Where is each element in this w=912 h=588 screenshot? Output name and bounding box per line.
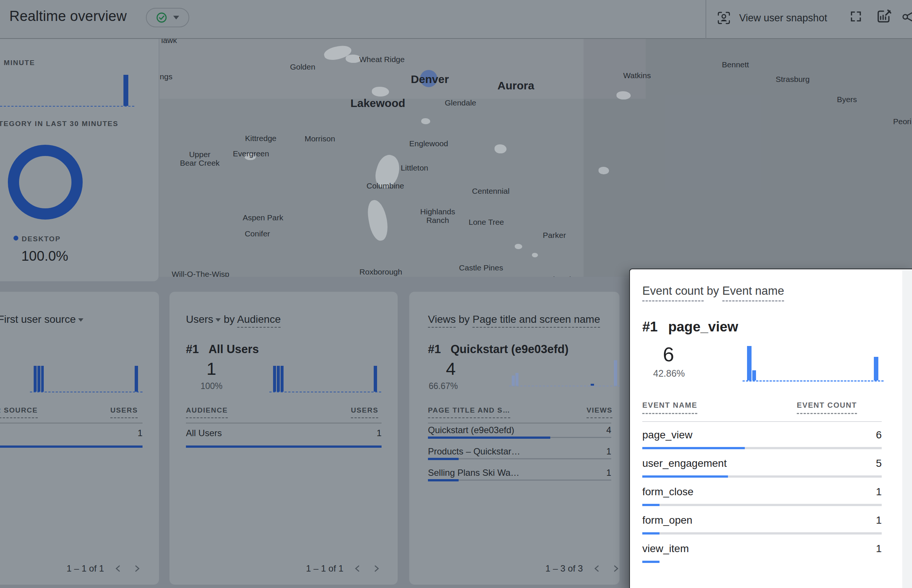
- card2-title: Users by Audience: [186, 313, 281, 325]
- sparkline-bar: [277, 366, 280, 392]
- table-row: Quickstart (e9e03efd)4: [428, 423, 611, 445]
- map-city-label: Evergreen: [233, 149, 270, 158]
- check-circle-icon: [156, 12, 167, 23]
- event-table-rows: page_view6user_engagement5form_close1for…: [642, 424, 882, 566]
- row-bar-fill: [0, 446, 142, 448]
- sparkline-bar: [752, 370, 756, 380]
- row-name: Quickstart (e9e03efd): [428, 425, 514, 435]
- table-row: All Users1: [186, 423, 381, 449]
- row-bar-track: [428, 437, 611, 438]
- row-value: 1: [876, 486, 882, 498]
- map-city-label: Morrison: [305, 134, 335, 143]
- map-park-patch: [421, 118, 430, 124]
- chevron-right-icon[interactable]: [132, 564, 141, 573]
- map-city-label: Englewood: [409, 139, 448, 148]
- map[interactable]: lawkngsGoldenWheat RidgeDenverAuroraLake…: [159, 39, 912, 277]
- map-city-label: Centennial: [472, 187, 510, 195]
- row-bar-track: [642, 561, 882, 563]
- map-city-label: Columbine: [366, 181, 404, 190]
- row-bar-fill: [186, 446, 381, 448]
- table-row: form_open1: [642, 509, 882, 538]
- row-bar-fill: [428, 458, 458, 460]
- card2-metric-selector[interactable]: Users: [186, 313, 213, 325]
- map-park-patch: [494, 144, 507, 153]
- card2-col-dimension: AUDIENCE: [186, 406, 228, 418]
- share-icon[interactable]: [901, 9, 912, 26]
- map-city-label: Kittredge: [245, 134, 276, 142]
- map-city-label: Conifer: [245, 229, 270, 238]
- row-value: 6: [876, 429, 882, 441]
- card2-sparkline: [270, 365, 381, 393]
- chevron-down-icon[interactable]: [78, 318, 84, 321]
- header-divider: [705, 0, 706, 39]
- sparkline-bar: [123, 75, 128, 106]
- users-per-minute-label: MINUTE: [4, 59, 35, 67]
- map-city-label: Byers: [837, 95, 857, 103]
- card3-top-percent: 66.67%: [429, 381, 458, 391]
- row-value: 1: [876, 543, 882, 555]
- map-city-label: Golden: [290, 63, 315, 71]
- chevron-left-icon[interactable]: [592, 564, 602, 573]
- map-park-patch: [532, 253, 538, 257]
- row-name: Selling Plans Ski Wa…: [428, 468, 520, 478]
- row-name: form_open: [642, 514, 692, 526]
- chevron-right-icon[interactable]: [372, 564, 381, 573]
- fullscreen-icon[interactable]: [850, 10, 862, 23]
- event-dimension-link[interactable]: Event name: [722, 284, 784, 302]
- card2-table-rows: All Users1: [186, 423, 381, 449]
- sparkline-bar: [34, 366, 37, 392]
- view-user-snapshot-button[interactable]: View user snapshot: [717, 7, 827, 29]
- row-bar-fill: [428, 436, 550, 439]
- chevron-left-icon[interactable]: [114, 564, 123, 573]
- pagination-label: 1 – 1 of 1: [66, 563, 104, 574]
- card3-dimension-link[interactable]: Page title and screen name: [473, 313, 600, 328]
- sparkline-bar: [874, 357, 878, 380]
- sparkline-bar: [374, 366, 377, 392]
- row-value: 1: [138, 428, 142, 438]
- map-park-patch: [365, 199, 390, 242]
- desktop-legend-label: DESKTOP: [22, 235, 61, 243]
- map-city-label: Castle Pines: [459, 263, 503, 272]
- card2-top-value: 1: [207, 358, 216, 379]
- event-metric-link[interactable]: Event count: [642, 284, 704, 302]
- card3-top-value: 4: [446, 358, 456, 379]
- row-name: page_view: [642, 429, 692, 441]
- map-city-label: The Pi: [549, 275, 571, 277]
- map-city-label: Strasburg: [775, 75, 810, 83]
- row-bar-fill: [642, 447, 745, 449]
- map-city-label: Will-O-The-Wisp: [172, 270, 229, 277]
- row-bar-track: [0, 446, 142, 448]
- map-park-patch: [372, 87, 389, 97]
- card2-dimension-link[interactable]: Audience: [237, 313, 281, 328]
- card3-metric-link[interactable]: Views: [428, 313, 456, 328]
- chevron-right-icon[interactable]: [611, 564, 620, 573]
- map-city-label: Aspen Park: [243, 213, 284, 222]
- pagination-label: 1 – 1 of 1: [306, 563, 344, 574]
- map-city-label: lawk: [161, 39, 177, 45]
- sparkline-bar: [515, 373, 518, 386]
- sparkline-bar: [591, 384, 594, 386]
- event-card-scrollbar[interactable]: [902, 270, 912, 588]
- sparkline-bar: [747, 346, 752, 380]
- table-row: Products – Quickstar…1: [428, 445, 611, 466]
- row-name: All Users: [186, 428, 222, 438]
- table-row: Selling Plans Ski Wa…1: [428, 466, 611, 487]
- map-city-label: Glendale: [445, 99, 476, 107]
- chevron-down-icon[interactable]: [215, 318, 221, 321]
- edit-comparisons-icon[interactable]: [875, 8, 893, 25]
- table-row: user_engagement5: [642, 452, 882, 481]
- row-value: 4: [606, 425, 611, 435]
- row-bar-fill: [642, 504, 660, 506]
- pagination-label: 1 – 3 of 3: [546, 563, 583, 574]
- row-bar-track: [642, 447, 882, 449]
- report-status-dropdown[interactable]: [146, 8, 189, 27]
- sparkline-bar: [614, 360, 617, 386]
- row-bar-track: [642, 532, 882, 535]
- map-city-label: Watkins: [623, 71, 651, 80]
- card1-dimension-selector[interactable]: First user source: [0, 313, 76, 325]
- sparkline-bar: [512, 376, 515, 386]
- row-bar-track: [642, 504, 882, 506]
- card1-pagination: 1 – 1 of 1: [66, 563, 141, 574]
- event-card-top-entity: #1page_view: [642, 319, 738, 335]
- chevron-left-icon[interactable]: [353, 564, 362, 573]
